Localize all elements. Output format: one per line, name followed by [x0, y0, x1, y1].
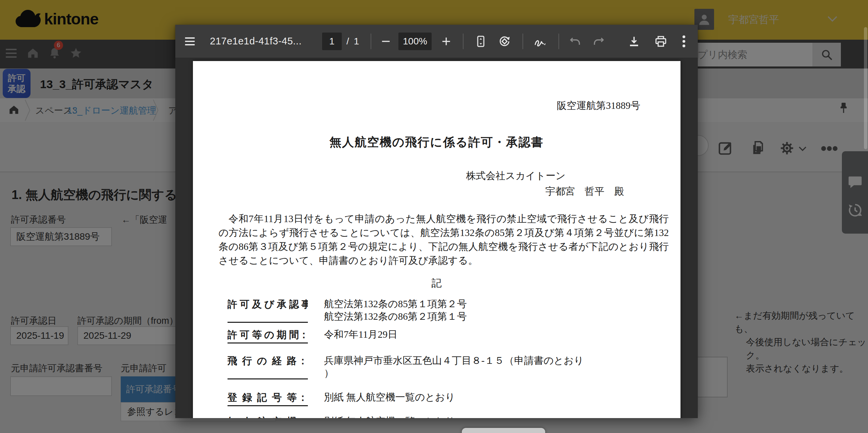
- document-body: 令和7年11月13日付をもって申請のあった無人航空機を飛行の禁止空域で飛行させる…: [219, 212, 669, 268]
- document-item: 飛 行 の 経 路： 兵庫県神戸市垂水区五色山４丁目８-１５（申請書のとおり ）: [228, 354, 680, 379]
- page-scrollbar[interactable]: [864, 27, 867, 149]
- item-label: 無 人 航 空 機：: [228, 415, 308, 418]
- toolbar-divider: [558, 34, 559, 49]
- zoom-out-icon[interactable]: [381, 36, 391, 46]
- item-label: 登 録 記 号 等：: [228, 391, 308, 406]
- toolbar-divider: [522, 34, 523, 49]
- item-label: 許 可 及 び 承 認 事 項：: [228, 298, 308, 323]
- zoom-level[interactable]: 100%: [398, 33, 432, 50]
- document-company: 株式会社スカイトーン: [466, 169, 680, 183]
- screen: kintone 宇都宮哲平 6 許可 承認 13_3_許可承認マスタ スペース:…: [0, 0, 868, 433]
- item-value: 別紙 無人航空機一覧のとおり: [324, 391, 455, 406]
- zoom-in-icon[interactable]: [441, 36, 451, 46]
- item-label: 許 可 等 の 期 間：: [228, 328, 308, 343]
- pdf-page: 阪空運航第31889号 無人航空機の飛行に係る許可・承認書 株式会社スカイトーン…: [193, 61, 680, 418]
- document-item: 無 人 航 空 機： 別紙 無人航空機一覧のとおり: [228, 415, 680, 418]
- pdf-viewer-body[interactable]: 阪空運航第31889号 無人航空機の飛行に係る許可・承認書 株式会社スカイトーン…: [175, 58, 698, 418]
- document-section-marker: 記: [193, 276, 680, 290]
- more-vertical-icon[interactable]: [682, 35, 686, 48]
- save-cancel-bar-partial[interactable]: [462, 428, 545, 433]
- toolbar-divider: [371, 34, 371, 49]
- document-number: 阪空運航第31889号: [193, 61, 680, 113]
- document-items: 許 可 及 び 承 認 事 項： 航空法第132条の85第１項第２号 航空法第1…: [228, 298, 680, 418]
- item-value: 航空法第132条の85第１項第２号 航空法第132条の86第２項第１号: [324, 298, 467, 323]
- document-item: 登 録 記 号 等： 別紙 無人航空機一覧のとおり: [228, 391, 680, 406]
- item-value: 兵庫県神戸市垂水区五色山４丁目８-１５（申請書のとおり ）: [324, 354, 584, 379]
- fit-to-page-icon[interactable]: [475, 35, 487, 47]
- annotate-pen-icon[interactable]: [534, 36, 547, 47]
- print-icon[interactable]: [654, 35, 667, 48]
- toolbar-divider: [463, 34, 463, 49]
- undo-icon[interactable]: [569, 36, 581, 46]
- pdf-menu-icon[interactable]: [184, 36, 196, 46]
- rotate-icon[interactable]: [498, 35, 511, 48]
- item-value: 別紙 無人航空機一覧のとおり: [324, 415, 455, 418]
- document-title: 無人航空機の飛行に係る許可・承認書: [193, 134, 680, 150]
- document-recipient: 宇都宮 哲平 殿: [546, 185, 680, 198]
- document-item: 許 可 及 び 承 認 事 項： 航空法第132条の85第１項第２号 航空法第1…: [228, 298, 680, 323]
- pdf-page-total: 1: [354, 36, 359, 47]
- pdf-toolbar: 217e1e1d-41f3-45... 1 / 1 100%: [175, 25, 698, 58]
- download-icon[interactable]: [628, 35, 640, 47]
- item-value: 令和7年11月29日: [324, 328, 397, 343]
- pdf-page-input[interactable]: 1: [322, 33, 342, 50]
- pdf-page-separator: /: [347, 36, 349, 47]
- item-label: 飛 行 の 経 路：: [228, 354, 308, 379]
- redo-icon[interactable]: [593, 36, 605, 46]
- document-item: 許 可 等 の 期 間： 令和7年11月29日: [228, 328, 680, 343]
- pdf-filename: 217e1e1d-41f3-45...: [210, 36, 302, 47]
- pdf-preview-modal: 217e1e1d-41f3-45... 1 / 1 100%: [175, 25, 698, 418]
